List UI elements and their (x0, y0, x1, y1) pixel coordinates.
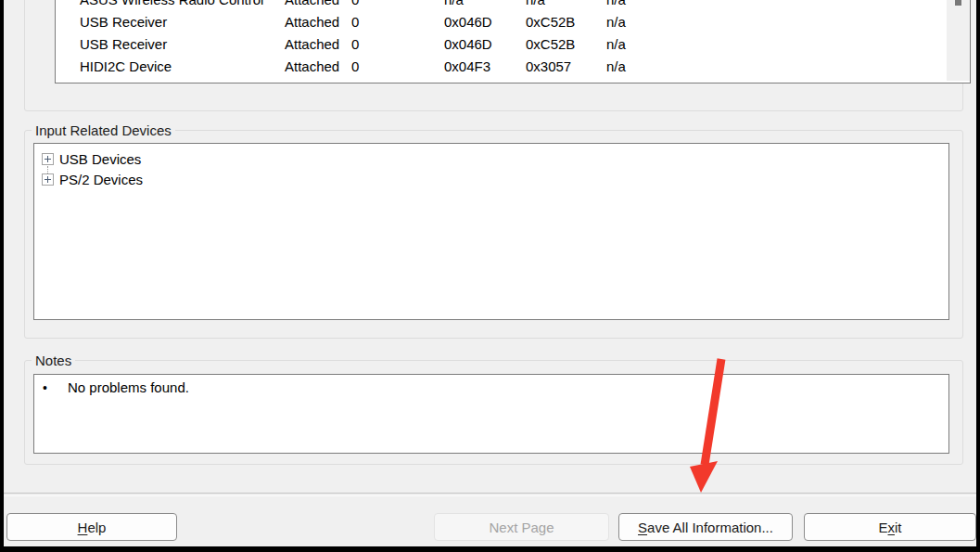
note-text: No problems found. (68, 379, 189, 395)
exit-button[interactable]: Exit (804, 513, 976, 541)
tree-item-usb-devices[interactable]: USB Devices (42, 150, 141, 167)
expand-plus-icon[interactable] (42, 153, 54, 165)
cell-controller: 0 (351, 36, 359, 52)
cell-controller: 0 (351, 0, 359, 7)
table-row[interactable]: USB Receiver Attached 0 0x046D 0xC52B n/… (56, 14, 946, 32)
cell-vendor-id: 0x046D (444, 14, 492, 30)
cell-device-name: ASUS Wireless Radio Control (80, 0, 263, 7)
save-all-information-button[interactable]: Save All Information... (618, 513, 793, 541)
cell-product-id: 0xC52B (526, 14, 575, 30)
cell-status: Attached (285, 36, 339, 52)
table-row[interactable]: HIDI2C Device Attached 0 0x04F3 0x3057 n… (56, 58, 946, 77)
cell-extra: n/a (606, 14, 626, 30)
group-label: Notes (32, 353, 75, 368)
cell-device-name: USB Receiver (80, 14, 167, 30)
cell-device-name: HIDI2C Device (80, 58, 172, 74)
cell-controller: 0 (351, 58, 359, 74)
cell-product-id: 0x3057 (526, 58, 571, 74)
dxdiag-dialog: ASUS Wireless Radio Control Attached 0 n… (4, 0, 976, 546)
tree-item-label[interactable]: USB Devices (59, 151, 141, 167)
button-bar-separator (4, 493, 976, 496)
help-button[interactable]: Help (6, 513, 177, 541)
input-related-devices-group: Input Related Devices USB Devices PS/2 D… (24, 130, 963, 339)
tree-item-label[interactable]: PS/2 Devices (59, 172, 143, 187)
cell-status: Attached (285, 0, 339, 7)
cell-vendor-id: n/a (444, 0, 464, 7)
cell-extra: n/a (606, 58, 626, 74)
notes-group: Notes • No problems found. (24, 360, 963, 465)
cell-status: Attached (285, 58, 339, 74)
cell-extra: n/a (606, 36, 626, 52)
cell-extra: n/a (606, 0, 626, 7)
input-related-devices-tree: USB Devices PS/2 Devices (33, 143, 949, 320)
note-bullet: • (43, 380, 47, 395)
cell-vendor-id: 0x04F3 (444, 58, 490, 74)
cell-product-id: n/a (526, 0, 545, 7)
tree-item-ps2-devices[interactable]: PS/2 Devices (42, 171, 143, 187)
expand-plus-icon[interactable] (42, 173, 54, 186)
table-row[interactable]: ASUS Wireless Radio Control Attached 0 n… (56, 0, 946, 10)
notes-box: • No problems found. (33, 374, 949, 454)
scrollbar-thumb[interactable] (955, 0, 961, 6)
cell-vendor-id: 0x046D (444, 36, 492, 52)
next-page-button: Next Page (434, 513, 609, 541)
group-label: Input Related Devices (32, 122, 175, 138)
cell-device-name: USB Receiver (80, 36, 167, 52)
device-list: ASUS Wireless Radio Control Attached 0 n… (55, 0, 971, 83)
cell-controller: 0 (351, 14, 359, 30)
vertical-scrollbar[interactable] (947, 0, 970, 81)
direct-input-devices-group: ASUS Wireless Radio Control Attached 0 n… (24, 0, 963, 111)
table-row[interactable]: USB Receiver Attached 0 0x046D 0xC52B n/… (56, 36, 946, 55)
cell-status: Attached (285, 14, 339, 30)
cell-product-id: 0xC52B (526, 36, 575, 52)
